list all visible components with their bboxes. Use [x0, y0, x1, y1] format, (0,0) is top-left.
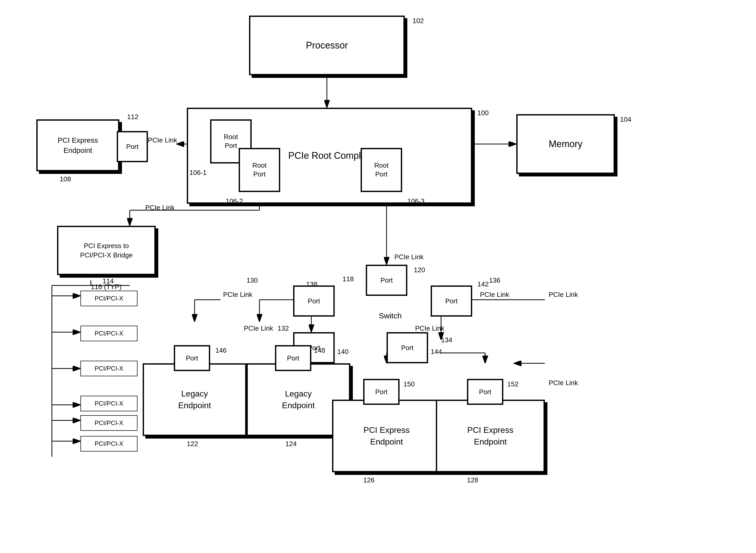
pcie-link-label-bridge: PCIe Link [145, 204, 175, 212]
port-le2-box: Port [275, 345, 311, 371]
pcix-slot-2: PCI/PCI-X [80, 326, 138, 341]
port-switch-142-ref: 142 [477, 280, 489, 288]
diagram: Processor 102 PCIe Root Complex 100 Memo… [0, 0, 756, 553]
root-port-3-box: RootPort [361, 148, 402, 192]
pcix-slot-1: PCI/PCI-X [80, 291, 138, 306]
processor-box: Processor [249, 16, 405, 75]
pci-bridge-ref: 114 [102, 277, 114, 285]
switch-118-ref: 118 [342, 275, 354, 283]
pci-express-endpoint-left-box: PCI ExpressEndpoint [36, 120, 119, 171]
port-switch-138-box: Port [293, 286, 335, 317]
pcie-link-label-134: 134 [441, 336, 452, 344]
port-pcie-left-ref: 112 [127, 113, 138, 121]
port-switch-140-ref: 140 [337, 348, 348, 356]
pcie-link-label-136: 136 [489, 276, 500, 285]
pcie-link-switch-top: PCIe Link [394, 253, 424, 261]
root-port-1-ref: 106-1 [189, 169, 207, 177]
port-ep4-ref: 152 [507, 380, 518, 388]
pcie-link-bottom-left: PCIe Link [244, 324, 273, 332]
pcie-link-switch-left: PCIe Link [223, 291, 252, 299]
pcix-slot-6: PCI/PCI-X [80, 436, 138, 452]
switch-label: Switch [379, 311, 402, 320]
pcie-link-bottom-right: PCIe Link [415, 324, 444, 332]
root-port-2-ref: 106-2 [226, 197, 243, 205]
processor-ref: 102 [413, 17, 424, 25]
root-port-2-box: RootPort [239, 148, 280, 192]
port-switch-144-ref: 144 [431, 348, 442, 356]
pcix-slot-5: PCI/PCI-X [80, 415, 138, 431]
port-switch-top-ref: 120 [414, 266, 425, 274]
pci-express-ep3-box: PCI ExpressEndpoint [332, 400, 441, 472]
port-switch-144-box: Port [387, 332, 428, 363]
port-le2-ref: 148 [314, 346, 325, 354]
port-ep3-box: Port [363, 379, 400, 405]
port-pcie-left-box: Port [117, 131, 148, 162]
pcie-link-switch-right: PCIe Link [480, 291, 509, 299]
root-port-3-ref: 106-3 [407, 197, 425, 205]
pcix-slot-3: PCI/PCI-X [80, 361, 138, 376]
pcie-link-right-label: PCIe Link [549, 291, 578, 299]
pcie-link-label-left: PCIe Link [148, 136, 177, 144]
port-ep3-ref: 150 [403, 380, 415, 388]
pci-bridge-box: PCI Express toPCI/PCI-X Bridge [57, 226, 156, 275]
memory-box: Memory [516, 114, 615, 174]
root-complex-ref: 100 [477, 109, 489, 117]
legacy-endpoint-2-ref: 124 [285, 440, 297, 448]
port-switch-142-box: Port [431, 286, 472, 317]
port-switch-138-ref: 138 [306, 280, 317, 288]
pci-express-ep3-ref: 126 [363, 476, 374, 484]
pcie-link-label-132: 132 [277, 324, 289, 332]
port-switch-top-box: Port [366, 265, 407, 296]
pcix-slot-4: PCI/PCI-X [80, 396, 138, 411]
memory-ref: 104 [620, 115, 631, 124]
pcie-link-right-label2: PCIe Link [549, 379, 578, 387]
legacy-endpoint-1-box: LegacyEndpoint [143, 363, 246, 436]
legacy-endpoint-1-ref: 122 [187, 440, 198, 448]
port-le1-box: Port [174, 345, 210, 371]
pci-express-endpoint-left-ref: 108 [60, 175, 71, 183]
pcie-link-label-130: 130 [246, 276, 258, 285]
port-le1-ref: 146 [215, 346, 227, 354]
pci-express-ep4-box: PCI ExpressEndpoint [436, 400, 545, 472]
port-ep4-box: Port [467, 379, 503, 405]
pci-express-ep4-ref: 128 [467, 476, 478, 484]
